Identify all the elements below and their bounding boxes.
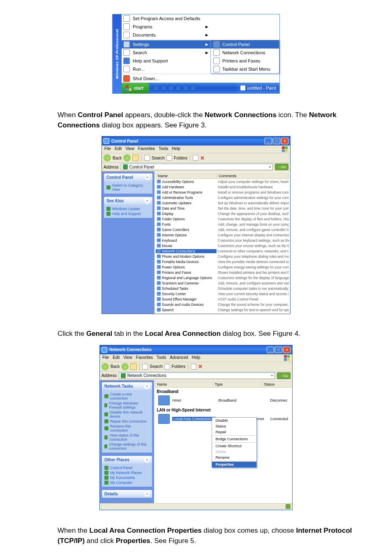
- side-link[interactable]: Disable this network device: [104, 410, 150, 419]
- menu-file[interactable]: File: [102, 355, 109, 361]
- side-link-windows-update[interactable]: Windows Update: [106, 206, 150, 211]
- list-item[interactable]: Sound Effect ManagerAC97 Audio Control P…: [156, 296, 289, 302]
- list-item[interactable]: Date and TimeSet the date, time, and tim…: [156, 206, 289, 211]
- col-comments[interactable]: Comments: [217, 174, 288, 178]
- side-box-header[interactable]: See Also «: [104, 197, 152, 205]
- address-input[interactable]: Control Panel ▾: [121, 164, 273, 170]
- address-dropdown-icon[interactable]: ▾: [269, 165, 271, 169]
- list-item[interactable]: Folder OptionsCustomize the display of f…: [156, 216, 289, 222]
- side-link[interactable]: Change settings of this connection: [104, 442, 150, 451]
- context-menu-item[interactable]: Repair: [212, 429, 256, 435]
- close-button[interactable]: ×: [283, 347, 291, 353]
- side-link-help-support[interactable]: Help and Support: [106, 211, 150, 216]
- up-button[interactable]: [130, 363, 137, 370]
- forward-button[interactable]: ›: [123, 154, 131, 162]
- back-button[interactable]: ‹: [101, 363, 109, 370]
- search-icon[interactable]: [142, 364, 148, 370]
- menu-set-program-access[interactable]: Set Program Access and Defaults: [122, 14, 211, 23]
- quicklaunch-icon[interactable]: [153, 85, 159, 91]
- list-item[interactable]: SpeechChange settings for text-to-speech…: [156, 307, 289, 312]
- list-item[interactable]: Game ControllersAdd, remove, and configu…: [156, 227, 289, 232]
- side-link[interactable]: Rename this connection: [104, 424, 150, 433]
- col-status[interactable]: Status: [262, 382, 291, 386]
- close-button[interactable]: ×: [281, 138, 288, 144]
- forward-button[interactable]: ›: [121, 363, 129, 370]
- menu-tools[interactable]: Tools: [159, 146, 168, 152]
- quicklaunch-icon[interactable]: [175, 85, 181, 91]
- list-item[interactable]: Power OptionsConfigure energy-saving set…: [156, 264, 289, 270]
- side-link[interactable]: Change Windows Firewall settings: [104, 401, 150, 410]
- list-item[interactable]: Automatic UpdatesSet up Windows to autom…: [156, 200, 289, 206]
- list-item[interactable]: Accessibility OptionsAdjust your compute…: [156, 179, 289, 184]
- context-menu-item[interactable]: Bridge Connections: [212, 436, 256, 442]
- col-name[interactable]: Name: [155, 382, 213, 386]
- maximize-button[interactable]: □: [273, 138, 280, 144]
- submenu-taskbar-start[interactable]: Taskbar and Start Menu: [211, 65, 279, 73]
- side-box-header[interactable]: Network Tasks «: [102, 382, 152, 390]
- minimize-button[interactable]: _: [267, 347, 274, 353]
- search-icon[interactable]: [144, 155, 150, 161]
- menu-settings[interactable]: Settings ▶: [122, 40, 211, 49]
- list-item[interactable]: Phone and Modem OptionsConfigure your te…: [156, 254, 289, 259]
- context-menu-item[interactable]: Disable: [212, 418, 256, 423]
- list-item[interactable]: Add HardwareInstalls and troubleshoots h…: [156, 184, 289, 190]
- delete-icon[interactable]: ✕: [200, 155, 205, 161]
- side-link-switch-category[interactable]: Switch to Category View: [106, 183, 150, 192]
- menu-tools[interactable]: Tools: [157, 355, 166, 361]
- menu-shutdown[interactable]: Shut Down...: [122, 74, 211, 83]
- context-menu-item[interactable]: Create Shortcut: [212, 443, 256, 449]
- side-link[interactable]: My Documents: [104, 475, 150, 480]
- list-item[interactable]: Printers and FaxesShows installed printe…: [156, 270, 289, 275]
- list-item[interactable]: Add or Remove ProgramsInstall or remove …: [156, 190, 289, 195]
- collapse-icon[interactable]: «: [145, 198, 150, 203]
- list-item[interactable]: KeyboardCustomize your keyboard settings…: [156, 238, 289, 243]
- back-button[interactable]: ‹: [104, 154, 111, 162]
- quicklaunch-icon[interactable]: [161, 85, 166, 91]
- maximize-button[interactable]: □: [275, 347, 282, 353]
- list-item[interactable]: Scheduled TasksSchedule computer tasks t…: [156, 286, 289, 291]
- menu-documents[interactable]: Documents ▶: [122, 31, 211, 39]
- collapse-icon[interactable]: «: [144, 491, 150, 497]
- go-button[interactable]: → Go: [277, 372, 291, 379]
- delete-icon[interactable]: ✕: [198, 363, 203, 370]
- collapse-icon[interactable]: «: [145, 175, 150, 180]
- side-box-header[interactable]: Control Panel «: [104, 173, 152, 181]
- minimize-button[interactable]: _: [265, 138, 272, 144]
- menu-favorites[interactable]: Favorites: [136, 355, 153, 361]
- menu-search[interactable]: Search ▶: [122, 49, 211, 57]
- menu-help-support[interactable]: Help and Support: [122, 57, 211, 65]
- taskbar-task-paint[interactable]: untitled - Paint: [237, 83, 279, 93]
- list-item[interactable]: Portable Media DevicesView the portable …: [156, 259, 289, 264]
- quicklaunch-icon[interactable]: [168, 85, 174, 91]
- menu-edit[interactable]: Edit: [115, 146, 122, 152]
- collapse-icon[interactable]: «: [144, 457, 150, 462]
- menu-file[interactable]: File: [104, 146, 111, 152]
- collapse-icon[interactable]: «: [144, 384, 150, 389]
- side-box-header[interactable]: Other Places «: [102, 456, 152, 464]
- menu-advanced[interactable]: Advanced: [170, 355, 188, 361]
- list-item[interactable]: Regional and Language OptionsCustomize s…: [156, 275, 289, 280]
- context-menu-item[interactable]: Status: [212, 423, 256, 429]
- menu-view[interactable]: View: [125, 146, 134, 152]
- side-link[interactable]: Create a new connection: [104, 392, 150, 401]
- menu-view[interactable]: View: [123, 355, 132, 361]
- side-link[interactable]: My Network Places: [104, 470, 150, 475]
- views-icon[interactable]: [191, 364, 196, 370]
- list-item[interactable]: Administrative ToolsConfigure administra…: [156, 195, 289, 200]
- context-menu-item[interactable]: Rename: [212, 455, 256, 460]
- quicklaunch-icon[interactable]: [183, 85, 189, 91]
- list-item[interactable]: FontsAdd, change, and manage fonts on yo…: [156, 222, 289, 227]
- menu-run[interactable]: Run...: [122, 65, 211, 73]
- connection-item[interactable]: HinetBroadbandDisconnec: [155, 395, 291, 406]
- col-name[interactable]: Name: [156, 174, 217, 178]
- side-link[interactable]: View status of this connection: [104, 433, 150, 442]
- side-box-header[interactable]: Details «: [102, 490, 152, 498]
- list-item[interactable]: MouseCustomize your mouse settings, such…: [156, 243, 289, 248]
- list-item[interactable]: DisplayChange the appearance of your des…: [156, 211, 289, 216]
- list-item[interactable]: Internet OptionsConfigure your Internet …: [156, 232, 289, 238]
- views-icon[interactable]: [193, 155, 198, 161]
- list-item[interactable]: Network ConnectionsConnects to other com…: [156, 248, 289, 254]
- side-link[interactable]: Repair this connection: [104, 419, 150, 424]
- menu-edit[interactable]: Edit: [113, 355, 120, 361]
- list-item[interactable]: Scanners and CamerasAdd, remove, and con…: [156, 280, 289, 286]
